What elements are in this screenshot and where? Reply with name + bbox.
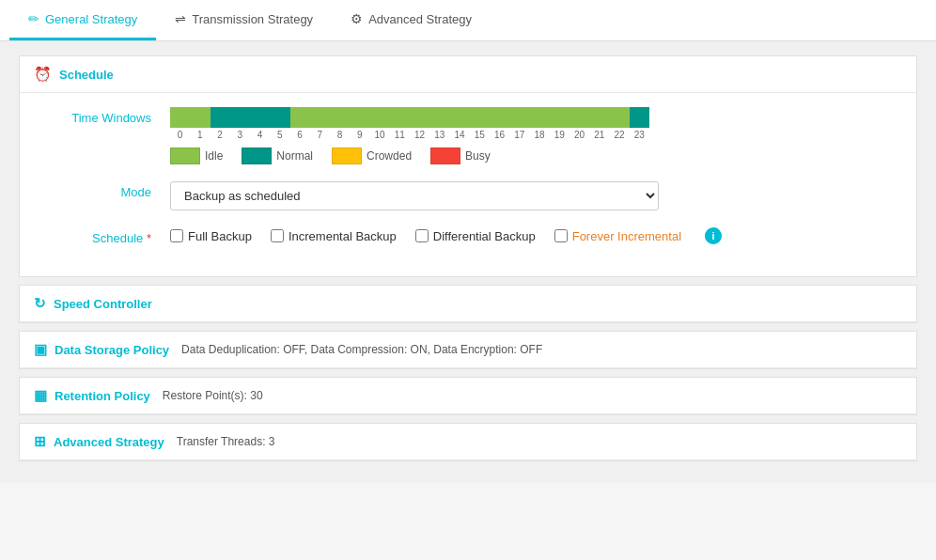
time-segment-3[interactable]	[230, 107, 250, 128]
time-label-15: 15	[470, 130, 490, 140]
data-storage-section: ▣ Data Storage Policy Data Deduplication…	[19, 331, 917, 369]
time-segment-8[interactable]	[330, 107, 350, 128]
time-segment-16[interactable]	[490, 107, 509, 128]
time-label-18: 18	[530, 130, 550, 140]
label-forever-incremental: Forever Incremental	[572, 229, 681, 243]
label-incremental-backup: Incremental Backup	[289, 229, 397, 243]
time-labels: 01234567891011121314151617181920212223	[170, 130, 649, 140]
tab-transmission-strategy[interactable]: ⇌ Transmission Strategy	[156, 0, 332, 40]
time-segment-19[interactable]	[550, 107, 569, 128]
time-label-0: 0	[170, 130, 190, 140]
option-differential-backup[interactable]: Differential Backup	[415, 229, 536, 243]
time-segment-14[interactable]	[450, 107, 470, 128]
retention-icon: ▦	[34, 387, 47, 404]
data-storage-summary: Data Deduplication: OFF, Data Compressio…	[181, 343, 542, 356]
time-segment-12[interactable]	[410, 107, 429, 128]
checkbox-full-backup[interactable]	[170, 229, 183, 242]
option-incremental-backup[interactable]: Incremental Backup	[271, 229, 397, 243]
retention-policy-header[interactable]: ▦ Retention Policy Restore Point(s): 30	[20, 378, 916, 414]
time-label-9: 9	[350, 130, 369, 140]
time-label-12: 12	[410, 130, 429, 140]
speed-controller-section: ↻ Speed Controller	[19, 285, 917, 323]
schedule-options-row: Schedule * Full Backup Incremental Backu…	[39, 227, 897, 245]
retention-policy-section: ▦ Retention Policy Restore Point(s): 30	[19, 377, 917, 415]
advanced-icon: ⚙	[351, 11, 363, 26]
backup-type-options: Full Backup Incremental Backup Different…	[170, 227, 897, 244]
time-label-7: 7	[310, 130, 330, 140]
mode-label: Mode	[39, 181, 170, 199]
data-storage-title: Data Storage Policy	[55, 343, 169, 357]
retention-policy-title: Retention Policy	[55, 389, 150, 403]
time-segment-17[interactable]	[509, 107, 529, 128]
time-segment-6[interactable]	[290, 107, 310, 128]
tab-general-label: General Strategy	[45, 12, 137, 26]
time-segment-0[interactable]	[170, 107, 190, 128]
clock-icon: ⏰	[34, 66, 52, 83]
advanced-strategy-title: Advanced Strategy	[54, 435, 164, 449]
edit-icon: ✏	[28, 11, 39, 26]
schedule-header[interactable]: ⏰ Schedule	[20, 56, 916, 93]
schedule-section: ⏰ Schedule Time Windows 0123456789101112…	[19, 55, 917, 277]
schedule-options-content: Full Backup Incremental Backup Different…	[170, 227, 897, 244]
data-storage-header[interactable]: ▣ Data Storage Policy Data Deduplication…	[20, 332, 916, 368]
time-windows-content: 01234567891011121314151617181920212223 I…	[170, 107, 897, 164]
tab-advanced-label: Advanced Strategy	[368, 12, 472, 26]
time-segment-4[interactable]	[250, 107, 270, 128]
time-segment-23[interactable]	[630, 107, 649, 128]
time-label-20: 20	[569, 130, 589, 140]
time-segment-5[interactable]	[270, 107, 289, 128]
time-segment-10[interactable]	[370, 107, 390, 128]
info-icon[interactable]: i	[705, 227, 722, 244]
checkbox-differential-backup[interactable]	[415, 229, 429, 242]
legend-normal: Normal	[242, 148, 313, 164]
legend-normal-label: Normal	[276, 149, 313, 163]
time-label-23: 23	[630, 130, 649, 140]
time-legend: Idle Normal Crowded Busy	[170, 148, 897, 164]
tab-advanced-strategy[interactable]: ⚙ Advanced Strategy	[332, 0, 491, 40]
time-segment-21[interactable]	[589, 107, 609, 128]
time-segment-7[interactable]	[310, 107, 330, 128]
legend-busy: Busy	[430, 148, 491, 164]
time-label-16: 16	[490, 130, 509, 140]
legend-idle-color	[170, 148, 200, 164]
time-segment-11[interactable]	[390, 107, 410, 128]
mode-select[interactable]: Backup as scheduled Manual backup only D…	[170, 181, 659, 210]
checkbox-incremental-backup[interactable]	[271, 229, 284, 242]
time-label-3: 3	[230, 130, 250, 140]
time-segment-1[interactable]	[190, 107, 210, 128]
time-label-14: 14	[450, 130, 470, 140]
tab-transmission-label: Transmission Strategy	[192, 12, 313, 26]
tab-bar: ✏ General Strategy ⇌ Transmission Strate…	[0, 0, 936, 41]
legend-crowded-color	[332, 148, 362, 164]
tab-general-strategy[interactable]: ✏ General Strategy	[9, 0, 156, 40]
time-segment-18[interactable]	[530, 107, 550, 128]
option-forever-incremental[interactable]: Forever Incremental	[554, 229, 681, 243]
required-marker: *	[147, 231, 151, 245]
time-segment-22[interactable]	[610, 107, 630, 128]
legend-busy-color	[430, 148, 460, 164]
checkbox-forever-incremental[interactable]	[554, 229, 568, 242]
time-label-19: 19	[550, 130, 569, 140]
time-windows-label: Time Windows	[39, 107, 170, 125]
time-label-10: 10	[370, 130, 390, 140]
advanced-strategy-summary: Transfer Threads: 3	[177, 435, 275, 448]
advanced-strategy-header[interactable]: ⊞ Advanced Strategy Transfer Threads: 3	[20, 424, 916, 460]
time-label-11: 11	[390, 130, 410, 140]
legend-busy-label: Busy	[465, 149, 491, 163]
transmission-icon: ⇌	[175, 11, 186, 26]
option-full-backup[interactable]: Full Backup	[170, 229, 252, 243]
legend-idle-label: Idle	[205, 149, 223, 163]
time-segment-15[interactable]	[470, 107, 490, 128]
speed-icon: ↻	[34, 295, 46, 312]
legend-crowded: Crowded	[332, 148, 412, 164]
time-segment-2[interactable]	[211, 107, 230, 128]
legend-crowded-label: Crowded	[367, 149, 412, 163]
time-segment-20[interactable]	[569, 107, 589, 128]
time-bar[interactable]	[170, 107, 649, 128]
speed-controller-header[interactable]: ↻ Speed Controller	[20, 286, 916, 322]
time-label-17: 17	[509, 130, 529, 140]
time-segment-9[interactable]	[350, 107, 369, 128]
time-label-4: 4	[250, 130, 270, 140]
time-segment-13[interactable]	[429, 107, 449, 128]
time-label-8: 8	[330, 130, 350, 140]
